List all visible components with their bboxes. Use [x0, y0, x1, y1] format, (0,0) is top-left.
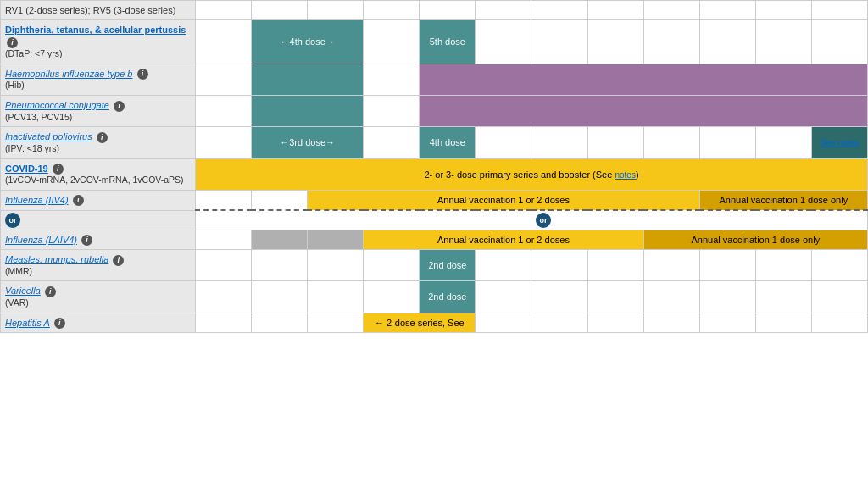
varicella-info-icon[interactable]: i [45, 286, 56, 297]
ipv-col1 [196, 127, 252, 158]
laiv4-info-icon[interactable]: i [81, 235, 92, 246]
hepa-col9 [699, 313, 755, 333]
dtap-info-icon[interactable]: i [7, 37, 18, 48]
mmr-name[interactable]: Measles, mumps, rubella [5, 254, 108, 264]
ipv-seenotes-label[interactable]: See notes [821, 138, 859, 147]
pcv-col1 [196, 96, 252, 127]
rv-col8 [587, 1, 643, 20]
hib-info-icon[interactable]: i [137, 69, 148, 80]
pcv-sub: (PCV13, PCV15) [5, 112, 191, 124]
table-row-varicella: Varicella i (VAR) 2nd dose [1, 281, 868, 313]
table-row-hepa: Hepatitis A i ← 2-dose series, See [1, 313, 868, 333]
hib-col1 [196, 64, 252, 95]
hepa-col10 [755, 313, 811, 333]
ipv-dose3-cell: ←3rd dose→ [252, 127, 364, 158]
iiv4-info-icon[interactable]: i [73, 195, 84, 206]
hepa-col1 [196, 313, 252, 333]
var-col11 [755, 281, 811, 313]
var-col8 [587, 281, 643, 313]
covid-span-cell: 2- or 3- dose primary series and booster… [196, 158, 868, 190]
ipv-col9 [699, 127, 755, 158]
laiv4-name[interactable]: Influenza (LAIV4) [5, 235, 77, 245]
hepa-col2 [252, 313, 308, 333]
rv-col6 [476, 1, 531, 20]
mmr-sub: (MMR) [5, 266, 191, 278]
vaccine-cell-covid: COVID-19 i (1vCOV-mRNA, 2vCOV-mRNA, 1vCO… [1, 158, 196, 190]
mmr-dose2-label: 2nd dose [428, 260, 466, 270]
dtap-col10 [699, 20, 755, 64]
rv-col1 [196, 1, 252, 20]
dtap-col4 [364, 20, 420, 64]
iiv4-annual1-label: Annual vaccination 1 dose only [720, 195, 849, 205]
ipv-name[interactable]: Inactivated poliovirus [5, 131, 92, 141]
dtap-col11 [755, 20, 811, 64]
ipv-info-icon[interactable]: i [97, 132, 108, 143]
var-col6 [476, 281, 531, 313]
vaccine-cell-varicella: Varicella i (VAR) [1, 281, 196, 313]
hepa-2dose-label: ← 2-dose series, See [375, 318, 465, 328]
table-row-dtap: Diphtheria, tetanus, & acellular pertuss… [1, 20, 868, 64]
covid-info-icon[interactable]: i [53, 164, 64, 175]
table-row-or: or or [1, 210, 868, 230]
table-row-covid: COVID-19 i (1vCOV-mRNA, 2vCOV-mRNA, 1vCO… [1, 158, 868, 190]
vaccine-cell-pcv: Pneumococcal conjugate i (PCV13, PCV15) [1, 96, 196, 127]
dtap-col9 [643, 20, 699, 64]
dtap-dose4-label: ←4th dose→ [281, 36, 335, 47]
iiv4-annual12-label: Annual vaccination 1 or 2 doses [437, 195, 570, 205]
mmr-info-icon[interactable]: i [113, 255, 124, 266]
mmr-col3 [308, 250, 364, 281]
laiv4-annual12-label: Annual vaccination 1 or 2 doses [437, 235, 570, 245]
laiv4-col3 [308, 230, 364, 250]
mmr-col10 [699, 250, 755, 281]
covid-name[interactable]: COVID-19 [5, 164, 48, 174]
hepa-col8 [643, 313, 699, 333]
vaccine-schedule-table: RV1 (2-dose series); RV5 (3-dose series) [0, 0, 868, 333]
var-dose2-cell: 2nd dose [420, 281, 476, 313]
laiv4-annual1-cell: Annual vaccination 1 dose only [643, 230, 867, 250]
dtap-col12 [811, 20, 867, 64]
covid-notes-link[interactable]: notes [615, 170, 635, 180]
mmr-col9 [643, 250, 699, 281]
mmr-col7 [531, 250, 587, 281]
vaccine-cell-hepa: Hepatitis A i [1, 313, 196, 333]
dtap-dose5-label: 5th dose [430, 36, 465, 47]
ipv-col3 [364, 127, 420, 158]
pcv-info-icon[interactable]: i [114, 101, 125, 112]
table-row-mmr: Measles, mumps, rubella i (MMR) 2nd dose [1, 250, 868, 281]
ipv-col8 [643, 127, 699, 158]
ipv-sub: (IPV: <18 yrs) [5, 143, 191, 155]
pcv-teal1 [252, 96, 364, 127]
vaccine-cell-rv: RV1 (2-dose series); RV5 (3-dose series) [1, 1, 196, 20]
or-badge-right: or [536, 213, 551, 228]
mmr-col4 [364, 250, 420, 281]
pcv-col3 [364, 96, 420, 127]
laiv4-col2 [252, 230, 308, 250]
var-dose2-label: 2nd dose [428, 291, 466, 302]
hib-name[interactable]: Haemophilus influenzae type b [5, 69, 132, 79]
hepa-col6 [531, 313, 587, 333]
var-col2 [252, 281, 308, 313]
dtap-sub: (DTaP: <7 yrs) [5, 48, 191, 60]
rv-col2 [252, 1, 308, 20]
mmr-dose2-cell: 2nd dose [420, 250, 476, 281]
table-row: RV1 (2-dose series); RV5 (3-dose series) [1, 1, 868, 20]
pcv-name[interactable]: Pneumococcal conjugate [5, 100, 109, 110]
hepa-name[interactable]: Hepatitis A [5, 318, 50, 328]
ipv-dose3-label: ←3rd dose→ [280, 137, 335, 147]
dtap-name[interactable]: Diphtheria, tetanus, & acellular pertuss… [5, 25, 186, 35]
iiv4-name[interactable]: Influenza (IIV4) [5, 195, 69, 205]
vaccine-cell-laiv4: Influenza (LAIV4) i [1, 230, 196, 250]
rv-col7 [531, 1, 587, 20]
or-badge: or [5, 213, 20, 228]
hepa-info-icon[interactable]: i [54, 318, 65, 329]
or-vaccine-cell: or [1, 210, 196, 230]
mmr-col12 [811, 250, 867, 281]
dtap-col7 [531, 20, 587, 64]
dtap-col1 [196, 20, 252, 64]
hepa-col5 [476, 313, 531, 333]
varicella-name[interactable]: Varicella [5, 286, 41, 296]
hib-teal1 [252, 64, 364, 95]
vaccine-cell-iiv4: Influenza (IIV4) i [1, 190, 196, 210]
hib-col3 [364, 64, 420, 95]
rv-col4 [364, 1, 420, 20]
